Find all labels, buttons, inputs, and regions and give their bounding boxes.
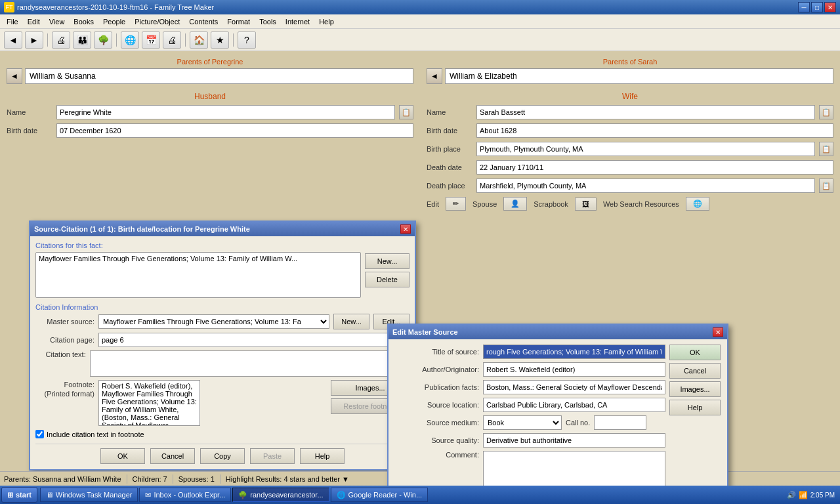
calendar-button[interactable]: 📅: [142, 32, 160, 49]
husband-header: Husband: [7, 92, 413, 101]
menu-picture-object[interactable]: Picture/Object: [131, 16, 184, 27]
sc-ok-button[interactable]: OK: [100, 448, 145, 464]
new-citation-button[interactable]: New...: [365, 253, 410, 269]
taskbar-item-task-manager[interactable]: 🖥 Windows Task Manager: [40, 488, 138, 502]
taskbar-item-ftm[interactable]: 🌳 randyseaverancestor...: [232, 488, 329, 502]
master-source-new-button[interactable]: New...: [333, 314, 369, 329]
menu-file[interactable]: File: [3, 16, 22, 27]
start-icon: ⊞: [7, 491, 13, 499]
wife-deathdate-input[interactable]: [476, 160, 833, 175]
scrapbook-button[interactable]: 🖼: [575, 198, 597, 211]
ems-comment-row: Comment:: [394, 451, 665, 490]
menu-internet[interactable]: Internet: [282, 16, 314, 27]
bookmark-button[interactable]: ★: [211, 32, 229, 49]
ems-author-label: Author/Originator:: [394, 366, 479, 373]
wife-name-button[interactable]: 📋: [819, 105, 833, 119]
menu-help[interactable]: Help: [315, 16, 338, 27]
husband-name-input[interactable]: [56, 105, 395, 119]
family-view-button[interactable]: 👪: [73, 32, 91, 49]
wife-birthdate-input[interactable]: [476, 123, 833, 138]
delete-citation-button[interactable]: Delete: [365, 272, 410, 287]
edit-master-source-close-button[interactable]: ✕: [713, 327, 723, 337]
taskbar-item-icon-2: 🌳: [238, 491, 247, 499]
ems-ok-button[interactable]: OK: [669, 345, 721, 360]
footnote-label: Footnote:(Printed format): [35, 380, 94, 427]
husband-name-button[interactable]: 📋: [399, 105, 413, 119]
web-search-button[interactable]: 🌐: [686, 197, 709, 211]
husband-column: Husband Name 📋 Birth date: [7, 92, 413, 211]
maximize-button[interactable]: □: [811, 2, 823, 12]
ems-callno-input[interactable]: [594, 415, 646, 430]
ems-comment-input[interactable]: [483, 451, 665, 490]
master-source-select[interactable]: Mayflower Families Through Five Generati…: [98, 314, 329, 329]
menu-contents[interactable]: Contents: [185, 16, 222, 27]
taskbar-items: 🖥 Windows Task Manager ✉ Inbox - Outlook…: [40, 488, 783, 502]
menu-tools[interactable]: Tools: [255, 16, 280, 27]
wife-deathplace-button[interactable]: 📋: [819, 178, 833, 193]
wife-birthplace-button[interactable]: 📋: [819, 142, 833, 156]
sarah-parents-nav-button[interactable]: ◄: [427, 68, 442, 84]
print2-button[interactable]: 🖨: [163, 32, 181, 49]
internet-button[interactable]: 🌐: [121, 32, 139, 49]
source-citation-title: Source-Citation (1 of 1): Birth date/loc…: [34, 225, 250, 233]
status-highlight[interactable]: Highlight Results: 4 stars and better ▼: [226, 475, 349, 483]
husband-birthdate-input[interactable]: [56, 123, 413, 138]
back-button[interactable]: ◄: [4, 32, 22, 49]
home-button[interactable]: 🏠: [190, 32, 208, 49]
pedigree-button[interactable]: 🌳: [94, 32, 112, 49]
ems-form: Title of source: Author/Originator: Publ…: [394, 345, 665, 494]
peregrine-parents-nav-button[interactable]: ◄: [7, 68, 22, 84]
sc-help-button[interactable]: Help: [300, 448, 345, 464]
ems-cancel-button[interactable]: Cancel: [669, 363, 721, 379]
citation-item: Mayflower Families Through Five Generati…: [37, 254, 359, 263]
include-citation-checkbox[interactable]: [35, 430, 44, 438]
parents-of-sarah-panel: Parents of Sarah ◄ William & Elizabeth: [427, 58, 833, 84]
help-toolbar-button[interactable]: ?: [238, 32, 256, 49]
citations-list[interactable]: Mayflower Families Through Five Generati…: [35, 252, 361, 298]
start-button[interactable]: ⊞ start: [1, 487, 37, 503]
sc-copy-button[interactable]: Copy: [200, 448, 245, 464]
wife-birthplace-input[interactable]: [476, 142, 815, 156]
ems-button-column: OK Cancel Images... Help: [669, 345, 722, 494]
menu-people[interactable]: People: [99, 16, 129, 27]
spouse-button[interactable]: 👤: [503, 197, 527, 211]
ems-author-input[interactable]: [483, 362, 665, 377]
menu-edit[interactable]: Edit: [24, 16, 44, 27]
forward-button[interactable]: ►: [25, 32, 43, 49]
footnote-textarea[interactable]: Robert S. Wakefield (editor), Mayflower …: [98, 380, 200, 426]
edit-wife-button[interactable]: ✏: [446, 197, 466, 211]
ems-title-label: Title of source:: [394, 348, 479, 356]
citation-text-input[interactable]: [90, 350, 410, 377]
status-sep-2: [173, 474, 173, 484]
taskbar-item-icon-0: 🖥: [46, 491, 53, 499]
taskbar-item-google-reader[interactable]: 🌐 Google Reader - Win...: [331, 488, 429, 502]
citation-page-input[interactable]: [98, 333, 410, 347]
menu-format[interactable]: Format: [223, 16, 254, 27]
wife-name-input[interactable]: [476, 105, 815, 119]
wife-header: Wife: [427, 92, 833, 101]
toolbar-separator-1: [47, 33, 48, 47]
source-citation-close-button[interactable]: ✕: [400, 224, 411, 234]
wife-deathplace-input[interactable]: [476, 178, 815, 193]
menu-view[interactable]: View: [45, 16, 69, 27]
sc-paste-button[interactable]: Paste: [250, 448, 295, 464]
wife-action-row: Edit ✏ Spouse 👤 Scrapbook 🖼 Web Search R…: [427, 197, 833, 211]
taskbar-item-label-1: Inbox - Outlook Expr...: [154, 491, 225, 499]
ems-pubfacts-input[interactable]: [483, 380, 665, 394]
citation-info-label: Citation Information: [35, 303, 98, 311]
ems-help-button[interactable]: Help: [669, 400, 721, 415]
source-citation-titlebar: Source-Citation (1 of 1): Birth date/loc…: [30, 222, 415, 236]
ems-images-button[interactable]: Images...: [669, 381, 721, 397]
status-spouses: Spouses: 1: [178, 475, 215, 483]
taskbar-item-outlook[interactable]: ✉ Inbox - Outlook Expr...: [139, 488, 231, 502]
close-button[interactable]: ✕: [824, 2, 836, 12]
menu-books[interactable]: Books: [70, 16, 98, 27]
ems-quality-input[interactable]: [483, 433, 665, 448]
print-button[interactable]: 🖨: [52, 32, 70, 49]
ems-title-input[interactable]: [483, 345, 665, 359]
minimize-button[interactable]: ─: [798, 2, 810, 12]
ems-medium-select[interactable]: Book: [483, 415, 562, 430]
sc-cancel-button[interactable]: Cancel: [150, 448, 195, 464]
ems-sourceloc-input[interactable]: [483, 398, 665, 412]
taskbar-volume-icon: 📶: [799, 491, 808, 499]
